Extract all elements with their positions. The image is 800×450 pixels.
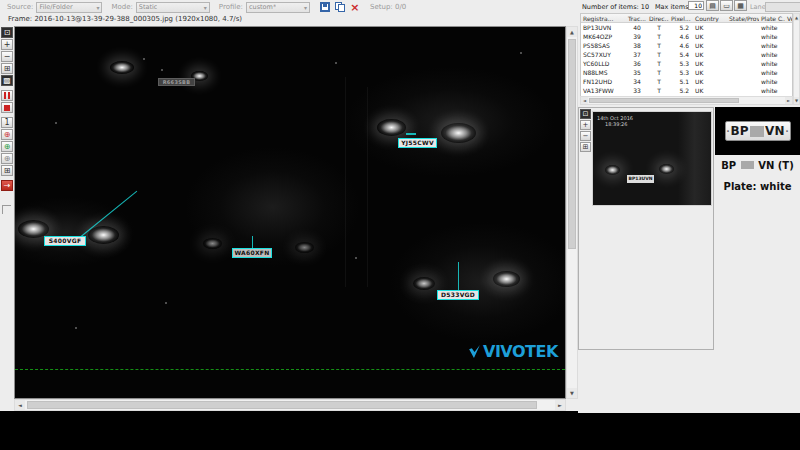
- thumb-grid-button[interactable]: ⊞: [580, 142, 591, 152]
- zoom-out-button[interactable]: −: [1, 51, 13, 62]
- column-header-plate-color[interactable]: Plate C...: [759, 14, 785, 22]
- grid-view-button[interactable]: ⊞: [1, 165, 13, 176]
- export-button[interactable]: →: [1, 180, 13, 191]
- recognized-registration: BP VN (T): [715, 160, 800, 171]
- vivotek-logo-text: VIVOTEK: [483, 342, 558, 361]
- scroll-right-icon[interactable]: ►: [555, 400, 565, 410]
- thumb-fullscreen-icon[interactable]: ⊡: [580, 109, 591, 119]
- scroll-right-icon[interactable]: ►: [785, 97, 792, 104]
- scrollbar-corner: [566, 399, 578, 411]
- scroll-down-icon[interactable]: ▼: [794, 97, 799, 104]
- cell-vehicle: [785, 50, 793, 59]
- table-header-row: Registra... Trac... Direc... Pixel... Co…: [581, 14, 793, 23]
- target-green-icon[interactable]: ⊕: [1, 141, 13, 152]
- video-horizontal-scrollbar[interactable]: ◄ ►: [14, 399, 566, 411]
- cell-pixel: 5.2: [669, 23, 693, 32]
- pause-button[interactable]: [1, 90, 13, 101]
- video-canvas[interactable]: R663SBB YJ55CWV S400VGF WA60XFN D533VGD: [14, 26, 566, 399]
- step-one-button[interactable]: 1: [1, 117, 13, 128]
- cell-direction: T: [647, 32, 669, 41]
- table-row[interactable]: PS58SAS 38 T 4.6 UK white: [581, 41, 793, 50]
- scroll-up-icon[interactable]: ▲: [567, 27, 577, 37]
- table-row[interactable]: VA13FWW 33 T 5.2 UK white: [581, 86, 793, 95]
- source-value: File/Folder: [39, 3, 72, 11]
- table-row[interactable]: MK64OZP 39 T 4.6 UK white: [581, 32, 793, 41]
- car-silhouette: [185, 147, 360, 267]
- save-profile-button[interactable]: [319, 1, 331, 13]
- scroll-left-icon[interactable]: ◄: [581, 97, 588, 104]
- thumb-zoom-out-button[interactable]: −: [580, 131, 591, 141]
- scroll-down-icon[interactable]: ▼: [567, 388, 577, 398]
- scrollbar-thumb[interactable]: [589, 98, 739, 103]
- video-vertical-scrollbar[interactable]: ▲ ▼: [566, 26, 578, 399]
- selection-corner: [2, 205, 11, 214]
- table-row[interactable]: FN12UHD 34 T 5.1 UK white: [581, 77, 793, 86]
- max-items-label: Max items:: [655, 3, 691, 11]
- stop-button[interactable]: [1, 102, 13, 113]
- column-header-registration[interactable]: Registra...: [581, 14, 625, 22]
- display-view-icon[interactable]: ▭: [720, 0, 733, 11]
- list-view-icon[interactable]: ▤: [706, 0, 719, 11]
- column-header-direction[interactable]: Direc...: [647, 14, 669, 22]
- headlight-glow: [493, 271, 520, 287]
- table-row[interactable]: N88LMS 35 T 5.3 UK white: [581, 68, 793, 77]
- frame-info: Frame: 2016-10-13@13-39-29-388_000305.jp…: [8, 15, 242, 23]
- fullscreen-icon[interactable]: ⊡: [1, 27, 13, 38]
- target-gray-icon[interactable]: ⊕: [1, 153, 13, 164]
- cell-registration: SC57XUY: [581, 50, 625, 59]
- cell-vehicle: [785, 86, 793, 95]
- cell-country: UK: [693, 68, 727, 77]
- left-tool-strip: ⊡ + − ⊞ ▩ 1 ⊕ ⊕ ⊕ ⊞ →: [0, 26, 14, 411]
- headlight-glow: [377, 119, 406, 136]
- scroll-up-icon[interactable]: ▲: [794, 14, 799, 21]
- cell-pixel: 5.3: [669, 68, 693, 77]
- registration-prefix: BP: [721, 160, 736, 171]
- column-header-state[interactable]: State/Prov...: [727, 14, 759, 22]
- vehicle-thumbnail[interactable]: 14th Oct 2016 18:39:26 BP13UVN: [592, 111, 712, 206]
- copy-profile-button[interactable]: [334, 1, 346, 13]
- snapshot-icon[interactable]: ▩: [1, 75, 13, 86]
- registration-suffix: VN (T): [758, 160, 794, 171]
- cell-plate-color: white: [759, 41, 785, 50]
- table-row[interactable]: BP13UVN 40 T 5.2 UK white: [581, 23, 793, 32]
- cell-country: UK: [693, 59, 727, 68]
- noise-dot: [165, 302, 167, 304]
- anpr-app-window: Source: File/Folder ▾ Mode: Static ▾ Pro…: [0, 0, 800, 450]
- max-items-input[interactable]: [688, 1, 704, 10]
- column-header-country[interactable]: Country: [693, 14, 727, 22]
- cell-pixel: 5.3: [669, 59, 693, 68]
- cell-plate-color: white: [759, 23, 785, 32]
- target-red-icon[interactable]: ⊕: [1, 129, 13, 140]
- column-header-pixel[interactable]: Pixel...: [669, 14, 693, 22]
- vivotek-bird-icon: [467, 344, 482, 359]
- table-vertical-scrollbar[interactable]: ▲ ▼: [793, 13, 800, 105]
- thumb-zoom-in-button[interactable]: +: [580, 120, 591, 130]
- cell-state: [727, 23, 759, 32]
- scrollbar-thumb[interactable]: [568, 39, 576, 249]
- cell-track: 39: [625, 32, 647, 41]
- column-header-vehicle[interactable]: Vehi...: [785, 14, 793, 22]
- table-horizontal-scrollbar[interactable]: ◄ ►: [580, 96, 793, 105]
- cell-registration: N88LMS: [581, 68, 625, 77]
- setup-label: Setup: 0/0: [370, 3, 406, 11]
- cell-state: [727, 32, 759, 41]
- cell-direction: T: [647, 68, 669, 77]
- noise-dot: [335, 62, 337, 64]
- lane-dropdown[interactable]: [765, 2, 800, 12]
- tile-view-icon[interactable]: ▦: [734, 0, 747, 11]
- source-dropdown[interactable]: File/Folder ▾: [36, 2, 102, 13]
- table-row[interactable]: YC60LLD 36 T 5.3 UK white: [581, 59, 793, 68]
- scrollbar-thumb[interactable]: [27, 401, 537, 409]
- delete-profile-button[interactable]: ×: [349, 1, 361, 13]
- mode-dropdown[interactable]: Static ▾: [136, 2, 210, 13]
- column-header-track[interactable]: Trac...: [625, 14, 647, 22]
- profile-label: Profile:: [219, 3, 243, 11]
- profile-dropdown[interactable]: custom* ▾: [246, 2, 310, 13]
- zoom-in-button[interactable]: +: [1, 39, 13, 50]
- mode-value: Static: [139, 3, 158, 11]
- headlight-glow: [295, 242, 314, 253]
- fit-grid-button[interactable]: ⊞: [1, 63, 13, 74]
- cell-country: UK: [693, 32, 727, 41]
- table-row[interactable]: SC57XUY 37 T 5.4 UK white: [581, 50, 793, 59]
- scroll-left-icon[interactable]: ◄: [15, 400, 25, 410]
